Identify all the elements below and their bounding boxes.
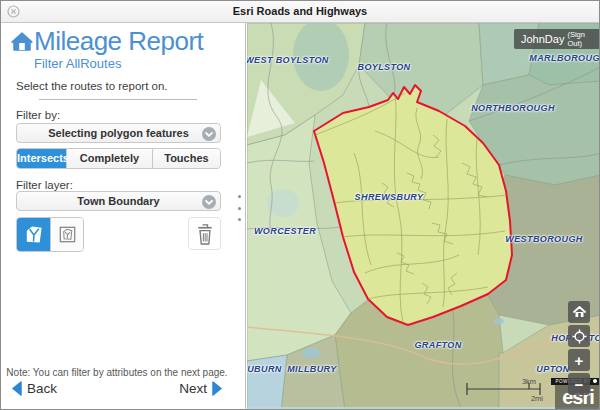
user-name: JohnDay bbox=[521, 33, 564, 45]
basemap bbox=[247, 23, 600, 410]
home-icon bbox=[11, 31, 33, 53]
map-controls: + − bbox=[568, 301, 590, 395]
spatial-relation-group: Intersects Completely Within Touches Edg… bbox=[16, 148, 221, 169]
filter-method-value: Selecting polygon features bbox=[48, 127, 189, 139]
app-header: Esri Roads and Highways bbox=[1, 1, 599, 23]
locate-button[interactable] bbox=[568, 325, 590, 347]
page-title: Mileage Report bbox=[34, 26, 203, 57]
chevron-down-icon bbox=[202, 127, 216, 141]
filter-layer-label: Filter layer: bbox=[16, 179, 73, 191]
intersects-button[interactable]: Intersects bbox=[17, 149, 67, 168]
filter-by-label: Filter by: bbox=[16, 109, 60, 121]
locate-icon bbox=[572, 329, 587, 344]
trash-icon bbox=[195, 222, 215, 246]
polygon-select-icon bbox=[23, 224, 44, 245]
scale-bar: 3km 2mi bbox=[466, 375, 544, 403]
clear-selection-button[interactable] bbox=[188, 217, 221, 250]
back-label: Back bbox=[27, 381, 57, 396]
signed-in-user-button[interactable]: JohnDay (Sign Out) bbox=[514, 29, 600, 49]
sign-out-link[interactable]: (Sign Out) bbox=[567, 30, 594, 48]
divider bbox=[39, 99, 197, 100]
map-label-westborough: WESTBOROUGH bbox=[505, 234, 582, 244]
zoom-in-button[interactable]: + bbox=[568, 349, 590, 371]
map-label-marlborough: MARLBOROUGH bbox=[529, 53, 600, 63]
select-by-rectangle-button[interactable] bbox=[50, 218, 83, 251]
app-title: Esri Roads and Highways bbox=[1, 5, 599, 17]
zoom-out-button[interactable]: − bbox=[568, 373, 590, 395]
map-canvas[interactable]: WEST BOYLSTON BOYLSTON MARLBOROUGH NORTH… bbox=[247, 23, 600, 410]
next-button[interactable]: Next bbox=[179, 381, 223, 396]
chevron-left-icon bbox=[11, 381, 22, 396]
back-button[interactable]: Back bbox=[11, 381, 57, 396]
page-subtitle: Filter AllRoutes bbox=[34, 56, 121, 71]
select-by-polygon-button[interactable] bbox=[17, 218, 50, 251]
filter-method-dropdown[interactable]: Selecting polygon features bbox=[16, 123, 221, 143]
minus-icon: − bbox=[575, 377, 584, 392]
map-label-grafton: GRAFTON bbox=[414, 340, 461, 350]
esri-globe-icon bbox=[593, 379, 597, 383]
home-icon bbox=[573, 306, 586, 318]
completely-within-button[interactable]: Completely Within bbox=[67, 149, 153, 168]
sidebar-panel: Mileage Report Filter AllRoutes Select t… bbox=[1, 23, 246, 410]
selection-tool-group bbox=[16, 217, 84, 252]
map-label-west-boylston: WEST BOYLSTON bbox=[247, 55, 329, 65]
map-label-northborough: NORTHBOROUGH bbox=[471, 103, 555, 113]
note-text: Note: You can filter by attributes on th… bbox=[1, 367, 233, 378]
map-label-boylston: BOYLSTON bbox=[357, 62, 410, 72]
chevron-right-icon bbox=[212, 381, 223, 396]
app-window: Esri Roads and Highways Mileage Report F… bbox=[0, 0, 600, 410]
touches-edge-button[interactable]: Touches Edge bbox=[153, 149, 220, 168]
map-label-auburn: AUBURN bbox=[247, 364, 282, 374]
map-label-upton: UPTON bbox=[536, 364, 569, 374]
chevron-down-icon bbox=[202, 195, 216, 209]
instruction-text: Select the routes to report on. bbox=[16, 80, 168, 92]
panel-resize-handle[interactable] bbox=[235, 195, 243, 221]
map-label-worcester: WORCESTER bbox=[254, 226, 316, 236]
polygon-outline-icon bbox=[57, 224, 78, 245]
scale-mi-label: 2mi bbox=[531, 394, 543, 403]
map-label-millbury: MILLBURY bbox=[287, 364, 337, 374]
home-extent-button[interactable] bbox=[568, 301, 590, 323]
filter-layer-value: Town Boundary bbox=[77, 195, 159, 207]
next-label: Next bbox=[179, 381, 207, 396]
map-label-shrewsbury: SHREWSBURY bbox=[355, 192, 424, 202]
filter-layer-dropdown[interactable]: Town Boundary bbox=[16, 191, 221, 211]
plus-icon: + bbox=[575, 353, 584, 368]
